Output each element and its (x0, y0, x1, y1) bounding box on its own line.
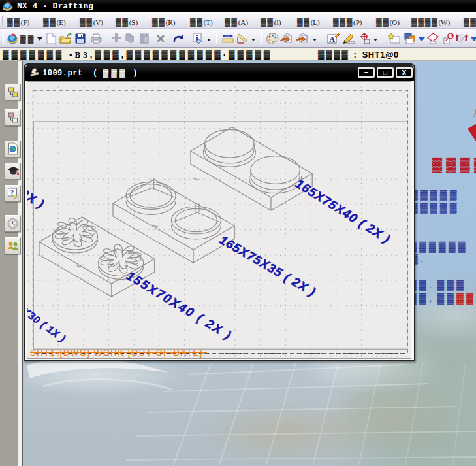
svg-text:?: ? (10, 188, 14, 196)
svg-text:A: A (329, 35, 335, 44)
